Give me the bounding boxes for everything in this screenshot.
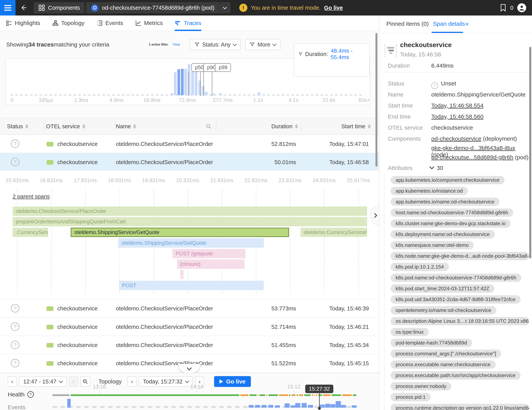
tab-label: Topology (61, 20, 85, 26)
span-bar[interactable]: prepareOrderItemsAndShippingQuoteFromCar… (13, 217, 367, 226)
sort-icon[interactable] (82, 124, 86, 129)
back-button[interactable] (16, 0, 31, 16)
attribute-chip[interactable]: k8s.pod.uid:3a430351-2cda-4d67-8d88-318f… (390, 295, 521, 304)
span-bar[interactable]: oteldemo.ShippingService/GetQuote (71, 228, 289, 237)
chevron-down-icon[interactable] (429, 164, 434, 169)
parent-spans-link[interactable]: 2 parent spans (13, 193, 50, 200)
event-bar (290, 405, 295, 408)
attribute-chip[interactable]: k8s.cluster.name:gke-demo-dev.gcp.stacks… (390, 219, 511, 228)
attribute-chip[interactable]: process.executable.path:/usr/src/app/che… (390, 371, 521, 380)
tab-traces[interactable]: Traces (175, 16, 201, 31)
active-filter-text: 1 active filter. (149, 43, 168, 46)
attribute-chip[interactable]: process.owner:nobody (390, 382, 451, 391)
table-row[interactable]: ?checkoutserviceoteldemo.CheckoutService… (0, 299, 379, 318)
event-bar (352, 405, 357, 408)
histogram-axis-tick: 4.9ms (109, 97, 124, 103)
status-filter-button[interactable]: Status: Any (190, 39, 241, 50)
attribute-chip[interactable]: process.executable.name:checkoutservice (390, 360, 495, 369)
health-segment (332, 394, 341, 396)
clear-filters-link[interactable]: Clear (173, 43, 180, 46)
waterfall-axis-tick: 24.831ms (313, 178, 336, 183)
attribute-chip[interactable]: os.description:Alpine Linux 3....t 18 03… (390, 317, 529, 325)
range-prev-button[interactable]: ‹ (8, 376, 17, 387)
attribute-chip[interactable]: app.kubernetes.io/instance:od (390, 187, 468, 195)
span-bar[interactable]: oteldemo.CheckoutService/PlaceOrder (13, 207, 367, 216)
time-travel-text: You are in time travel mode. (251, 5, 321, 11)
attribute-chip[interactable]: k8s.node.name:gke-gke-demo-d...ault-node… (390, 252, 529, 260)
tab-events[interactable]: Events (96, 16, 123, 31)
attribute-chip[interactable]: opentelemetry.io/name:od-checkoutservice (390, 306, 496, 315)
bookmark-icon[interactable] (500, 4, 506, 12)
attribute-chip[interactable]: pod-template-hash:77458d689d (390, 339, 472, 347)
main-scrollbar[interactable] (375, 33, 377, 167)
span-bar[interactable]: POST (119, 281, 264, 290)
histogram-baseline (10, 94, 364, 96)
attribute-chip[interactable]: process.runtime.description:go version g… (390, 404, 529, 410)
span-bar[interactable]: .CurrencyServ... (13, 228, 48, 237)
duration-cell: 51.455ms (271, 336, 296, 354)
chevron-right-icon (372, 213, 377, 218)
sort-icon[interactable] (368, 124, 371, 129)
component-link[interactable]: od-checkoutservice (deployment) (431, 135, 517, 142)
attribute-chip[interactable]: app.kubernetes.io/name:od-checkoutservic… (390, 198, 499, 206)
sort-icon[interactable] (295, 124, 298, 129)
field-value-end-time[interactable]: Today, 15:46:58.560 (431, 113, 484, 120)
component-link[interactable]: od-checkoutse...58d689d-g8r6h (pod) (431, 154, 529, 161)
column-duration[interactable]: Duration (271, 118, 298, 134)
table-row[interactable]: ?checkoutserviceoteldemo.CheckoutService… (0, 318, 379, 336)
time-marker-line[interactable] (319, 393, 320, 408)
pod-selector[interactable]: od-checkoutservice-77458d689d-g8r6h (pod… (86, 2, 230, 13)
attribute-chip[interactable]: k8s.pod.start_time:2024-03-12T11:57:42Z (390, 285, 494, 293)
span-bar[interactable]: {closure} (177, 259, 245, 269)
tab-metrics[interactable]: Metrics (135, 16, 163, 31)
health-events-timeline[interactable]: 13:1614:1415:1215:27:32 (52, 373, 356, 410)
attribute-chip[interactable]: os.type:linux (390, 328, 429, 336)
table-row[interactable]: ?checkoutserviceoteldemo.CheckoutService… (0, 153, 379, 171)
tab-span-details[interactable]: Span details (433, 20, 465, 27)
span-bar[interactable]: POST /getquote (172, 249, 246, 258)
hamburger-menu-icon[interactable] (0, 0, 16, 16)
health-segment (289, 394, 290, 396)
go-live-link[interactable]: Go live (324, 5, 343, 11)
components-button[interactable]: Components (34, 2, 85, 13)
column-name[interactable]: Name (116, 118, 136, 134)
duration-filter-value[interactable]: 48.4ms - 55.4ms (331, 48, 365, 60)
user-avatar[interactable] (517, 3, 526, 12)
panel-scrollbar[interactable] (529, 47, 531, 258)
tab-highlights[interactable]: Highlights (6, 16, 40, 31)
sort-icon[interactable] (133, 124, 136, 129)
help-icon[interactable]: ? (27, 391, 34, 398)
health-segment (299, 394, 303, 396)
attribute-chip[interactable]: process.pid:1 (390, 393, 431, 401)
tab-pinned-items[interactable]: Pinned items (0) (386, 20, 428, 27)
histogram-axis-tick: 18.9ms (143, 97, 161, 103)
histogram-bar (258, 92, 260, 95)
table-row[interactable]: ?checkoutserviceoteldemo.CheckoutService… (0, 336, 379, 354)
tab-label: Metrics (144, 20, 163, 26)
status-unknown-icon: ? (11, 304, 19, 313)
attribute-chip[interactable]: k8s.namespace.name:otel-demo (390, 241, 474, 249)
span-bar[interactable]: oteldemo.ShippingService/GetQuote (118, 238, 264, 248)
name-search-icon[interactable] (206, 118, 212, 134)
table-row[interactable]: ?checkoutserviceoteldemo.CheckoutService… (0, 135, 379, 153)
span-bar[interactable] (180, 270, 183, 279)
health-segment (297, 394, 298, 396)
sort-icon[interactable] (25, 124, 28, 129)
column-otel-service[interactable]: OTEL service (46, 118, 86, 134)
column-status[interactable]: Status (7, 118, 28, 134)
time-marker-handle[interactable] (318, 407, 321, 410)
span-bar[interactable]: oteldemo.CurrencyService/Co (301, 228, 367, 237)
attribute-chip[interactable]: k8s.pod.ip:10.1.2.154 (390, 263, 449, 271)
more-filters-button[interactable]: More (245, 39, 281, 50)
pod-selector-caret[interactable] (219, 2, 230, 13)
attribute-chip[interactable]: k8s.pod.name:od-checkoutservice-77458d68… (390, 274, 521, 282)
close-icon[interactable]: × (465, 20, 469, 28)
attribute-chip[interactable]: process.command_args:["./checkoutservice… (390, 350, 501, 358)
field-value-start-time[interactable]: Today, 15:46:58.554 (431, 102, 484, 109)
attribute-chip[interactable]: k8s.deployment.name:od-checkoutservice (390, 230, 495, 238)
attribute-chip[interactable]: app.kubernetes.io/component:checkoutserv… (390, 176, 504, 184)
tab-topology[interactable]: Topology (52, 16, 85, 31)
column-start-time[interactable]: Start time (341, 118, 371, 134)
attribute-chip[interactable]: host.name:od-checkoutservice-77458d689d-… (390, 209, 513, 217)
duration-filter-panel[interactable]: Duration: 48.4ms - 55.4ms (294, 43, 370, 77)
